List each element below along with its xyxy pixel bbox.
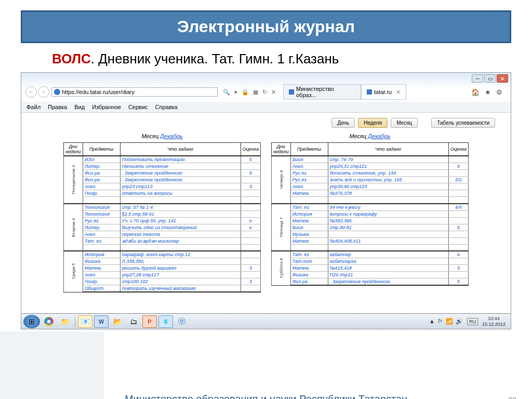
taskbar-explorer-icon[interactable]: 📁 [58,315,72,328]
star-icon[interactable]: ★ [485,88,491,96]
taskbar-skype-icon[interactable]: S [158,315,173,328]
taskbar-folder-icon[interactable]: 📂 [110,315,125,328]
subject-cell[interactable]: Англ. [83,231,120,237]
subject-cell[interactable]: История [83,251,120,258]
task-cell[interactable]: вопросы к параграфу [328,210,448,217]
task-cell[interactable]: . Закрепление пройденного [120,177,241,183]
task-cell[interactable] [328,231,448,237]
subject-cell[interactable]: Рус.яз. [290,177,328,183]
maximize-button[interactable]: ▭ [484,74,496,83]
task-cell[interactable]: знать всё о причастии, упр. 155 [328,177,448,183]
task-cell[interactable]: Л.338,350, [120,258,241,265]
close-button[interactable]: ✕ [497,74,508,83]
month-link[interactable]: Декабрь [160,133,182,139]
task-cell[interactable] [120,197,241,204]
forward-button[interactable]: → [38,86,49,98]
home-icon[interactable]: 🏠 [471,88,480,96]
subject-cell[interactable]: Матем. [290,265,328,272]
week-button[interactable]: Неделя [358,118,388,128]
subject-cell[interactable]: Рус.яз. [290,170,328,177]
stop-icon[interactable]: ✕ [271,89,276,96]
menu-help[interactable]: Справка [155,104,178,110]
task-cell[interactable] [328,244,448,251]
tray-flag-icon[interactable]: ▲ [429,318,435,325]
task-cell[interactable]: упр23 стр113 [120,183,241,190]
subject-cell[interactable]: Физ-ра [83,177,120,183]
subject-cell[interactable]: Англ. [83,183,120,190]
subject-cell[interactable]: Литер. [83,163,120,170]
tray-network-icon[interactable]: 🏳 [437,318,443,325]
gear-icon[interactable]: ⚙ [496,88,502,96]
search-icon[interactable]: 🔍 [223,89,230,96]
subject-cell[interactable]: Биол. [290,156,328,163]
task-cell[interactable]: повторить изученный материал [120,285,241,292]
task-cell[interactable]: Выучить одно из стихотворений [120,224,241,231]
taskbar-outlook-icon[interactable]: 📧 [78,315,92,328]
subject-cell[interactable]: Англ. [290,183,328,190]
task-cell[interactable]: 94 нче күнегү [328,204,448,211]
task-cell[interactable]: дописать сочинение, упр. 144 [328,170,448,177]
task-cell[interactable]: стр.80-81 [328,224,448,231]
task-cell[interactable]: ответить на вопросы [120,190,241,197]
subject-cell[interactable]: Общест. [83,285,120,292]
back-button[interactable]: ← [25,86,37,98]
task-cell[interactable]: Уч. с.70 орф.55, упр. 141 [120,217,241,224]
subject-cell[interactable]: Тат. яз. [83,237,120,244]
task-cell[interactable]: упр29,31 стр121 [328,163,448,170]
task-cell[interactable]: Подготовить презентацию. [120,156,241,163]
taskbar-chrome-icon[interactable] [42,315,56,328]
month-button[interactable]: Месяц [391,118,418,128]
task-cell[interactable]: Написать сочинение [120,163,241,170]
day-button[interactable]: День [331,118,355,128]
task-cell[interactable] [120,244,241,251]
subject-cell[interactable] [290,244,328,251]
subject-cell[interactable]: Тат. яз. [290,204,328,211]
menu-service[interactable]: Сервис [128,104,148,110]
subject-cell[interactable]: Музыка [290,231,328,237]
subject-cell[interactable]: Геогр. [83,278,120,285]
subject-cell[interactable]: Физ-ра [290,278,328,286]
report-button[interactable]: Табель успеваемости [431,118,495,128]
subject-cell[interactable]: ИЗО [83,156,120,163]
task-cell[interactable]: стр. 57 № 1-4 [120,204,241,211]
task-cell[interactable]: №382,386 [328,217,448,224]
subject-cell[interactable]: Матем. [290,217,328,224]
tab-tatar[interactable]: tatar.ru ✕ [361,84,406,100]
tray-lang[interactable]: RU [467,318,478,325]
task-cell[interactable]: параграф, конт.карты стр.12 [120,251,241,258]
taskbar-folder2-icon[interactable]: 🗂 [126,315,141,328]
task-cell[interactable]: пересказ текста [120,231,241,237]
menu-edit[interactable]: Правка [48,104,67,110]
address-bar[interactable]: https://edu.tatar.ru/user/diary [51,87,218,97]
month-link[interactable]: Декабрь [368,133,390,139]
subject-cell[interactable] [83,244,120,251]
task-cell[interactable] [328,197,448,204]
subject-cell[interactable]: Англ. [290,163,328,170]
subject-cell[interactable]: Тат.лит. [290,258,328,265]
task-cell[interactable]: №404,408,411 [328,237,448,244]
task-cell[interactable]: кабатларга [328,258,448,265]
taskbar-word-icon[interactable]: W [94,315,109,328]
task-cell[interactable]: . Закрепление пройденного [120,170,241,177]
task-cell[interactable]: §2.5 стр.58-61 [120,210,241,217]
subject-cell[interactable]: Тат. яз. [290,251,328,258]
subject-cell[interactable]: Физ-ра [83,170,120,177]
subject-cell[interactable]: Матем. [290,237,328,244]
task-cell[interactable]: №415,418 [328,265,448,272]
tab-close-icon[interactable]: ✕ [396,89,401,96]
subject-cell[interactable]: Физика [290,272,328,278]
task-cell[interactable]: П29 Упр11 [328,272,448,278]
start-button[interactable]: ⊞ [23,315,40,328]
task-cell[interactable]: решить другой вариант [120,265,241,272]
task-cell[interactable]: стр100-102 [120,278,241,285]
subject-cell[interactable] [290,197,328,204]
tab-ministry[interactable]: Министерство образ... [283,84,361,100]
task-cell[interactable]: стр. 76-79 [328,156,448,163]
task-cell[interactable]: кабатлау. [328,251,448,258]
subject-cell[interactable]: Рус.яз. [83,217,120,224]
task-cell[interactable]: . Закрепление пройденного [328,278,448,286]
task-cell[interactable]: №376,378 [328,190,448,197]
subject-cell[interactable]: Матем. [83,265,120,272]
taskbar-ie-icon[interactable]: ⓔ [175,315,189,328]
subject-cell[interactable]: Матем. [290,190,328,197]
